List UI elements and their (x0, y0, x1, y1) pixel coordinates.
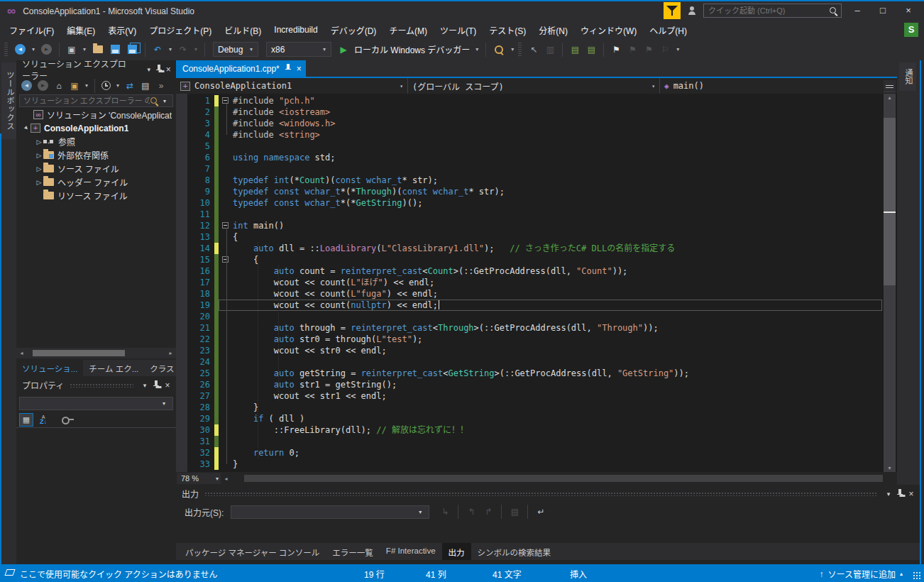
code-line-31[interactable]: 31 (176, 436, 882, 447)
start-debugging-icon[interactable]: ▶ (336, 43, 351, 57)
menu-edit[interactable]: 編集(E) (60, 21, 101, 39)
alphabetical-sort-icon[interactable]: AZ↓ (36, 413, 50, 427)
bookmark-menu[interactable]: ▾ (674, 46, 681, 53)
editor-split-handle[interactable] (884, 80, 896, 92)
code-line-21[interactable]: 21 auto through = reinterpret_cast<Throu… (176, 322, 882, 334)
code-line-11[interactable]: 11 (176, 209, 882, 220)
fold-collapse-icon[interactable] (222, 222, 229, 229)
property-pages-icon[interactable] (60, 413, 75, 427)
sign-in-badge[interactable]: S (904, 23, 918, 37)
code-line-33[interactable]: 33} (176, 459, 882, 470)
expand-icon[interactable]: ▷ (35, 138, 43, 146)
code-line-3[interactable]: 3#include <windows.h> (176, 118, 882, 129)
expand-icon[interactable]: ▷ (35, 179, 43, 186)
tab-team-explorer[interactable]: チーム エク... (83, 360, 144, 376)
menu-incredibuild[interactable]: Incredibuild (268, 22, 324, 38)
editor-zoom-combo[interactable]: 78 % ▾ (177, 473, 221, 484)
tree-item[interactable]: ▷外部依存関係 (16, 148, 176, 162)
code-line-2[interactable]: 2#include <iostream> (176, 106, 882, 118)
code-line-27[interactable]: 27 wcout << str1 << endl; (176, 390, 882, 402)
scroll-up-icon[interactable]: ▴ (884, 94, 896, 101)
search-options-icon[interactable]: ▾ (159, 98, 170, 104)
code-line-24[interactable]: 24 (176, 356, 882, 368)
switch-views-menu[interactable]: ▾ (83, 82, 90, 89)
code-line-22[interactable]: 22 auto str0 = through(L"test"); (176, 334, 882, 345)
scroll-left-icon[interactable]: ◂ (221, 476, 231, 482)
new-item-menu[interactable]: ▾ (81, 46, 88, 53)
code-line-26[interactable]: 26 auto str1 = getString(); (176, 379, 882, 390)
output-header[interactable]: 出力 ▾ × (176, 485, 920, 503)
pending-changes-filter-icon[interactable] (101, 81, 111, 90)
tree-item-solution[interactable]: ∞ソリューション 'ConsoleApplicat (16, 108, 176, 121)
code-line-17[interactable]: 17 wcout << count(L"ほげ") << endl; (176, 277, 882, 288)
collapse-all-icon[interactable]: ▤ (138, 79, 153, 93)
window-position-menu-icon[interactable]: ▾ (144, 66, 154, 73)
new-project-icon[interactable]: ▣ (65, 43, 79, 57)
bookmark-icon[interactable]: ⚑ (609, 43, 623, 57)
close-icon[interactable]: × (906, 489, 917, 499)
notifications-vertical-tab[interactable]: 通知 (899, 62, 916, 91)
code-line-28[interactable]: 28 } (176, 402, 882, 413)
add-to-source-control-button[interactable]: ↑ ソース管理に追加 ▴ (820, 568, 903, 580)
menu-window[interactable]: ウィンドウ(W) (574, 21, 643, 39)
menu-team[interactable]: チーム(M) (383, 21, 434, 39)
code-line-25[interactable]: 25 auto getString = reinterpret_cast<Get… (176, 368, 882, 379)
nav-project-combo[interactable]: + ConsoleApplication1 ▾ (176, 78, 408, 94)
chevron-down-icon[interactable]: ▾ (158, 400, 170, 407)
menu-debug[interactable]: デバッグ(D) (324, 21, 383, 39)
menu-test[interactable]: テスト(S) (483, 21, 532, 39)
properties-header[interactable]: プロパティ ▾ × (16, 376, 176, 394)
save-icon[interactable] (111, 45, 120, 54)
tree-item[interactable]: ▷ヘッダー ファイル (16, 175, 176, 189)
redo-menu[interactable]: ▾ (192, 46, 199, 53)
close-icon[interactable]: × (297, 64, 302, 74)
menu-help[interactable]: ヘルプ(H) (643, 21, 693, 39)
scrollbar-thumb[interactable] (244, 475, 883, 482)
find-menu[interactable]: ▾ (509, 46, 516, 53)
tab-solution-explorer[interactable]: ソリューショ... (16, 360, 83, 376)
explorer-back-icon[interactable]: ◄ (21, 80, 32, 91)
code-line-29[interactable]: 29 if ( dll ) (176, 413, 882, 424)
quick-launch-input[interactable] (708, 6, 829, 15)
pin-icon[interactable] (285, 63, 292, 75)
code-line-30[interactable]: 30 ::FreeLibrary(dll); // 解放は忘れずに！！ (176, 424, 882, 436)
code-line-10[interactable]: 10typedef const wchar_t*(*GetString)(); (176, 197, 882, 209)
fold-collapse-icon[interactable] (222, 97, 229, 104)
code-line-13[interactable]: 13{ (176, 231, 882, 243)
fold-collapse-icon[interactable] (222, 256, 229, 263)
minimize-button[interactable]: – (847, 3, 867, 18)
editor-vertical-scrollbar[interactable]: ▴ ▾ (884, 94, 896, 472)
menu-view[interactable]: 表示(V) (101, 21, 143, 39)
maximize-button[interactable]: □ (873, 3, 893, 18)
navigate-backward-menu[interactable]: ▾ (30, 46, 37, 53)
code-line-4[interactable]: 4#include <string> (176, 129, 882, 141)
undo-icon[interactable]: ↶ (150, 43, 165, 57)
expand-icon[interactable]: ▷ (35, 152, 43, 159)
pin-icon[interactable] (154, 64, 164, 75)
code-line-19[interactable]: 19 wcout << count(nullptr) << endl; (176, 300, 882, 311)
incredibuild-filter-icon[interactable] (664, 2, 681, 19)
chevron-down-icon[interactable]: ▾ (248, 46, 255, 53)
code-line-23[interactable]: 23 wcout << str0 << endl; (176, 345, 882, 356)
explorer-horizontal-scrollbar[interactable]: ◂ ▸ (16, 348, 176, 358)
nav-scope-combo[interactable]: (グローバル スコープ) ▾ (408, 78, 660, 94)
indent-decrease-icon[interactable]: ▤ (568, 43, 582, 57)
code-line-18[interactable]: 18 wcout << count(L"fuga") << endl; (176, 288, 882, 300)
find-in-files-icon[interactable] (493, 45, 505, 55)
window-position-menu-icon[interactable]: ▾ (139, 382, 150, 389)
close-button[interactable]: × (898, 3, 918, 18)
output-source-combo[interactable]: ▾ (231, 505, 429, 519)
solution-explorer-search[interactable]: ▾ (19, 94, 173, 107)
resize-grip[interactable] (913, 571, 921, 580)
tree-item[interactable]: ▷参照 (16, 135, 176, 148)
scroll-left-icon[interactable]: ◂ (16, 350, 27, 356)
sync-with-active-document-icon[interactable]: ⇄ (123, 79, 137, 93)
home-icon[interactable]: ⌂ (52, 79, 66, 93)
tab-output[interactable]: 出力 (442, 543, 471, 560)
close-icon[interactable]: × (163, 65, 173, 75)
switch-views-icon[interactable]: ▣ (67, 79, 82, 93)
categorized-view-icon[interactable]: ▦ (19, 413, 33, 427)
tab-find-symbol-results[interactable]: シンボルの検索結果 (471, 543, 558, 560)
tree-item-project[interactable]: ▼+ConsoleApplication1 (16, 121, 176, 135)
feedback-icon[interactable] (686, 6, 698, 16)
